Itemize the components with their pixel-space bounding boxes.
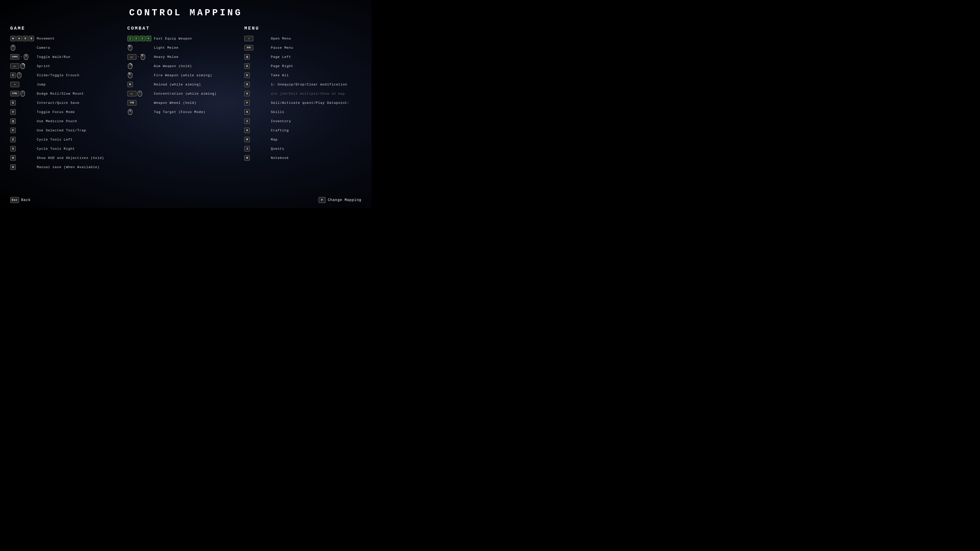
change-mapping-button[interactable]: F Change Mapping xyxy=(318,197,361,203)
list-item: E Take All xyxy=(244,72,361,79)
key-e: E xyxy=(10,100,16,106)
game-column: GAME W A S D Movement xyxy=(10,26,127,173)
list-item: Q Page Left xyxy=(244,53,361,60)
key-area xyxy=(127,108,153,116)
action-label: Movement xyxy=(37,37,55,41)
key-area: Ctrl xyxy=(10,90,36,97)
key-i: I xyxy=(244,118,250,124)
combat-column-header: COMBAT xyxy=(127,26,245,31)
key-area: ⏎ xyxy=(244,36,270,41)
key-area: Tab xyxy=(127,100,153,106)
action-label: Inventory xyxy=(271,119,291,123)
mouse-icon xyxy=(137,90,143,97)
action-label: Sprint xyxy=(37,64,50,68)
mouse-icon xyxy=(20,90,25,97)
key-r: R xyxy=(244,82,250,87)
key-c: C xyxy=(10,73,16,78)
svg-rect-24 xyxy=(130,110,130,112)
key-ctrl: Ctrl xyxy=(10,91,19,97)
key-area: R xyxy=(244,82,270,87)
action-label: Cycle Tools Left xyxy=(37,138,73,141)
game-column-header: GAME xyxy=(10,26,127,31)
key-w: W xyxy=(10,36,16,41)
list-item: Tag Target (Focus Mode) xyxy=(127,108,245,116)
key-area: Z xyxy=(10,137,36,142)
key-enter: ⏎ xyxy=(244,36,253,41)
key-area: X xyxy=(10,146,36,151)
key-j: J xyxy=(244,146,250,151)
mouse-icon xyxy=(127,72,133,79)
key-area: R xyxy=(127,82,153,87)
key-lo: L⇧ xyxy=(10,63,19,69)
key-area: L⇧ + xyxy=(127,53,153,60)
key-g: G xyxy=(10,164,16,170)
action-label: Toggle Walk/Run xyxy=(37,55,70,59)
key-f: F xyxy=(244,100,250,106)
key-plus: + xyxy=(138,56,139,59)
mouse-icon xyxy=(10,44,16,51)
list-item: L⇧ Concentration (while aiming) xyxy=(127,90,245,97)
list-item: K Skills xyxy=(244,108,361,116)
key-area: ⏎ xyxy=(10,82,36,87)
key-k: K xyxy=(244,109,250,115)
key-o: O xyxy=(244,127,250,133)
key-area: Q xyxy=(10,118,36,124)
key-r: R xyxy=(127,82,133,87)
action-label: Map xyxy=(271,138,277,141)
key-area: E xyxy=(244,63,270,69)
mouse-scroll-icon xyxy=(23,53,29,60)
action-label: Skills xyxy=(271,110,284,114)
key-area: J xyxy=(244,146,270,151)
mouse-left-icon xyxy=(127,44,133,51)
action-label: Tag Target (Focus Mode) xyxy=(154,110,205,114)
action-label: Quests xyxy=(271,147,284,151)
key-area: G xyxy=(10,164,36,170)
list-item: I Inventory xyxy=(244,118,361,125)
list-item: Tab Weapon Wheel (hold) xyxy=(127,99,245,106)
key-h: H xyxy=(10,155,16,161)
list-item: M Map xyxy=(244,136,361,143)
action-label: Weapon Wheel (hold) xyxy=(154,101,197,105)
key-g: G xyxy=(244,91,250,97)
key-area: H xyxy=(10,155,36,161)
key-area: K xyxy=(244,109,270,115)
change-label: Change Mapping xyxy=(328,198,361,202)
menu-column: MENU ⏎ Open Menu Esc Pause Menu Q xyxy=(244,26,361,173)
key-q: Q xyxy=(10,118,16,124)
menu-column-header: MENU xyxy=(244,26,361,31)
mouse-icon xyxy=(16,72,22,79)
key-4: 4 xyxy=(146,36,151,41)
key-area: E xyxy=(10,100,36,106)
list-item: N Notebook xyxy=(244,154,361,162)
key-3: 3 xyxy=(140,36,145,41)
key-area xyxy=(127,44,153,51)
action-label: ate job/Sell multiple/Show on map xyxy=(271,92,345,96)
action-label: Crafting xyxy=(271,129,289,132)
key-tab: Tab xyxy=(127,100,137,106)
key-2: 2 xyxy=(134,36,139,41)
action-label: Sell/Activate quest/Play Datapoint: xyxy=(271,101,349,105)
list-item: R Reload (while aiming) xyxy=(127,81,245,88)
list-item: Aim Weapon (hold) xyxy=(127,62,245,70)
key-esc: Esc xyxy=(244,45,253,51)
key-area: I xyxy=(244,118,270,124)
key-area: Caps + xyxy=(10,53,36,60)
action-label: Open Menu xyxy=(271,37,291,41)
key-area: F xyxy=(244,100,270,106)
main-content: CONTROL MAPPING GAME W A S D Movement xyxy=(0,0,372,208)
action-label: Camera xyxy=(37,46,50,50)
key-lo: L⇧ xyxy=(127,91,137,97)
back-button[interactable]: Esc Back xyxy=(10,197,30,203)
list-item: X Cycle Tools Right xyxy=(10,145,127,152)
action-label: Notebook xyxy=(271,156,289,160)
list-item: 1 2 3 4 Fast Equip Weapon xyxy=(127,35,245,42)
key-m: M xyxy=(244,137,250,142)
mouse-right-icon xyxy=(20,62,25,70)
key-area: L⇧ xyxy=(127,90,153,97)
key-area: G xyxy=(244,91,270,97)
key-z: Z xyxy=(10,137,16,142)
columns-container: GAME W A S D Movement xyxy=(10,26,361,173)
list-item: L⇧ Sprint xyxy=(10,62,127,70)
key-area: O xyxy=(244,127,270,133)
action-label: Manual save (When Available) xyxy=(37,165,100,169)
